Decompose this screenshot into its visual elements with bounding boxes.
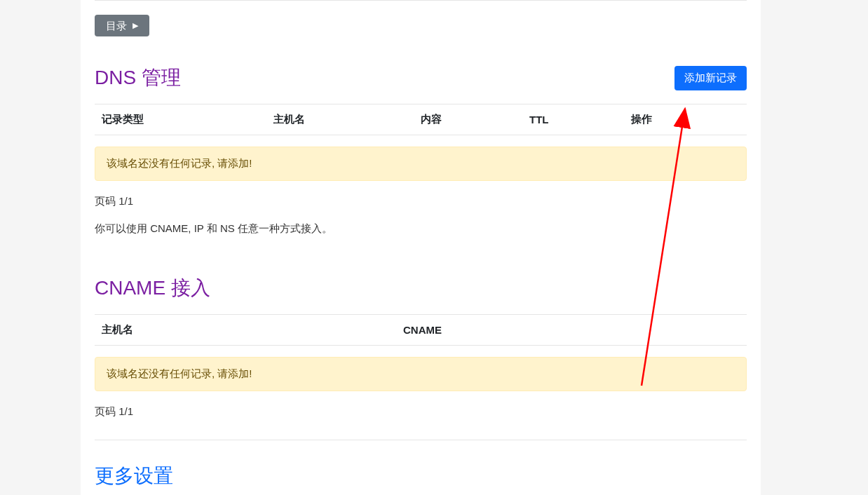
cname-section-header: CNAME 接入: [95, 275, 747, 301]
dns-table-header: 记录类型 主机名 内容 TTL 操作: [95, 104, 747, 135]
bottom-divider: [95, 440, 747, 440]
dns-col-type: 记录类型: [102, 113, 273, 126]
cname-empty-alert: 该域名还没有任何记录, 请添加!: [95, 357, 747, 391]
dns-empty-alert: 该域名还没有任何记录, 请添加!: [95, 147, 747, 181]
dns-col-content: 内容: [421, 113, 529, 126]
caret-right-icon: ▶: [133, 22, 138, 29]
dns-col-ttl: TTL: [529, 114, 631, 126]
toc-button-label: 目录: [106, 20, 127, 31]
dns-pagination: 页码 1/1: [95, 195, 747, 208]
dns-help-text: 你可以使用 CNAME, IP 和 NS 任意一种方式接入。: [95, 222, 747, 236]
cname-col-cname: CNAME: [403, 324, 740, 336]
cname-table-header: 主机名 CNAME: [95, 314, 747, 346]
add-record-button[interactable]: 添加新记录: [674, 66, 747, 90]
cname-pagination: 页码 1/1: [95, 405, 747, 419]
main-card: 目录 ▶ DNS 管理 添加新记录 记录类型 主机名 内容 TTL 操作 该域名…: [81, 0, 761, 495]
dns-col-host: 主机名: [273, 113, 421, 126]
toc-button[interactable]: 目录 ▶: [95, 15, 149, 36]
cname-title: CNAME 接入: [95, 275, 210, 301]
dns-col-action: 操作: [631, 113, 740, 126]
dns-title: DNS 管理: [95, 65, 181, 91]
dns-section-header: DNS 管理 添加新记录: [95, 65, 747, 91]
cname-col-host: 主机名: [102, 323, 403, 337]
top-divider: [95, 0, 747, 1]
more-settings-title: 更多设置: [95, 463, 747, 489]
